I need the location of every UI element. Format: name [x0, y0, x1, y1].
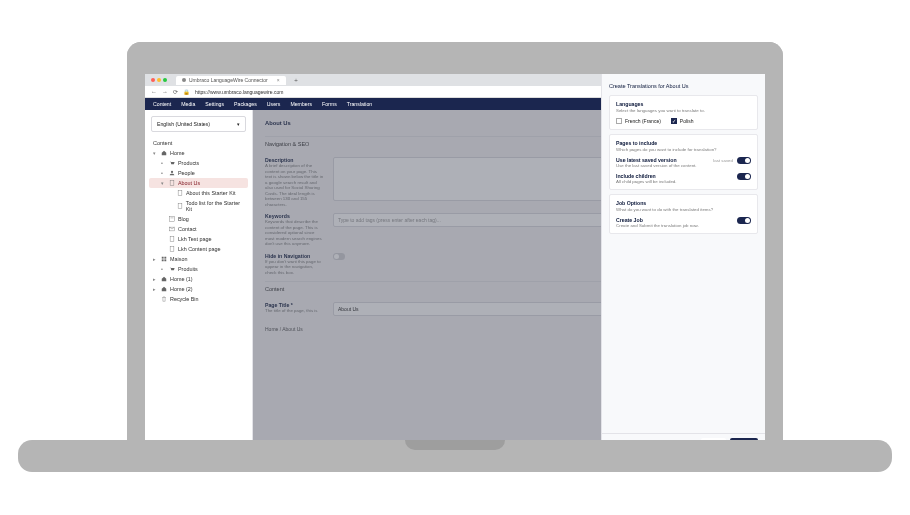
tree-node-blog[interactable]: Blog: [149, 214, 248, 224]
caret-icon: ▸: [153, 256, 158, 262]
polish-label: Polish: [680, 118, 694, 124]
tree-node-people[interactable]: •People: [149, 168, 248, 178]
cart-icon: [169, 266, 175, 272]
children-sub: All child pages will be included.: [616, 179, 677, 184]
option-latest-version: Use latest saved versionUse the last sav…: [616, 157, 751, 168]
tree-node-home-1-[interactable]: ▸Home (1): [149, 274, 248, 284]
tree-node-label: Products: [178, 160, 199, 166]
grid-icon: [161, 256, 167, 262]
tree-node-lkh-content-page[interactable]: Lkh Content page: [149, 244, 248, 254]
tree-node-home-2-[interactable]: ▸Home (2): [149, 284, 248, 294]
nav-settings[interactable]: Settings: [205, 101, 224, 107]
new-tab-button[interactable]: ＋: [289, 77, 303, 84]
reload-icon[interactable]: ⟳: [173, 88, 178, 95]
contact-icon: [169, 226, 175, 232]
tree-node-label: About this Starter Kit: [186, 190, 235, 196]
svg-rect-3: [178, 204, 182, 209]
tree-node-contact[interactable]: Contact: [149, 224, 248, 234]
caret-icon: •: [161, 266, 166, 272]
app-root: Content Media Settings Packages Users Me…: [145, 98, 765, 452]
close-icon[interactable]: [151, 78, 155, 82]
nav-media[interactable]: Media: [181, 101, 195, 107]
tree-node-label: Lkh Content page: [178, 246, 221, 252]
nav-content[interactable]: Content: [153, 101, 171, 107]
tree-node-todo-list-for-the-starter-kit[interactable]: Todo list for the Starter Kit: [149, 198, 248, 214]
home-icon: [161, 150, 167, 156]
doc-icon: [169, 236, 175, 242]
svg-rect-11: [162, 259, 164, 261]
tree-node-label: Maison: [170, 256, 187, 262]
tree-node-produits[interactable]: •Produits: [149, 264, 248, 274]
home-icon: [161, 276, 167, 282]
tree-node-about-this-starter-kit[interactable]: About this Starter Kit: [149, 188, 248, 198]
tree-node-products[interactable]: •Products: [149, 158, 248, 168]
language-label: English (United States): [157, 121, 210, 127]
tree-node-label: About Us: [178, 180, 200, 186]
app-body: English (United States) ▾ Content ▾Home•…: [145, 110, 765, 452]
svg-rect-7: [170, 237, 174, 242]
pages-sub: Which pages do you want to include for t…: [616, 147, 751, 152]
checkbox-french[interactable]: French (France): [616, 118, 661, 124]
tree-node-label: Home (1): [170, 276, 192, 282]
svg-point-0: [171, 171, 173, 173]
latest-sub: Use the last saved version of the conten…: [616, 163, 697, 168]
tree-node-home[interactable]: ▾Home: [149, 148, 248, 158]
checkbox-polish[interactable]: Polish: [671, 118, 694, 124]
job-heading: Job Options: [616, 200, 751, 206]
card-pages: Pages to include Which pages do you want…: [609, 134, 758, 190]
svg-rect-12: [164, 259, 166, 261]
tree-node-lkh-test-page[interactable]: Lkh Test page: [149, 234, 248, 244]
children-toggle[interactable]: [737, 173, 751, 180]
back-icon[interactable]: ←: [151, 89, 157, 95]
doc-icon: [169, 180, 175, 186]
laptop-base: [18, 440, 892, 472]
caret-icon: ▾: [161, 180, 166, 186]
tree-node-label: Blog: [178, 216, 189, 222]
browser-tab[interactable]: Umbraco LanguageWire Connector ×: [176, 76, 286, 85]
svg-rect-1: [170, 181, 174, 186]
tree-node-label: Todo list for the Starter Kit: [186, 200, 244, 212]
nav-users[interactable]: Users: [267, 101, 281, 107]
chevron-down-icon: ▾: [237, 121, 240, 127]
tree-node-recycle-bin[interactable]: Recycle Bin: [149, 294, 248, 304]
content-tree: ▾Home•Products•People▾About UsAbout this…: [145, 148, 252, 304]
caret-icon: ▸: [153, 276, 158, 282]
tree-node-label: Home: [170, 150, 184, 156]
card-job-options: Job Options What do you want to do with …: [609, 194, 758, 234]
nav-packages[interactable]: Packages: [234, 101, 257, 107]
doc-icon: [169, 246, 175, 252]
nav-forms[interactable]: Forms: [322, 101, 337, 107]
screen: Umbraco LanguageWire Connector × ＋ ← → ⟳…: [127, 42, 783, 452]
close-tab-icon[interactable]: ×: [277, 77, 280, 83]
createjob-toggle[interactable]: [737, 217, 751, 224]
window-controls[interactable]: [151, 78, 167, 82]
tab-title: Umbraco LanguageWire Connector: [189, 77, 268, 83]
tree-node-label: Produits: [178, 266, 198, 272]
doc-icon: [177, 190, 183, 196]
languages-heading: Languages: [616, 101, 751, 107]
minimize-icon[interactable]: [157, 78, 161, 82]
french-label: French (France): [625, 118, 661, 124]
tree-node-about-us[interactable]: ▾About Us: [149, 178, 248, 188]
sidebar: English (United States) ▾ Content ▾Home•…: [145, 110, 253, 452]
favicon-icon: [182, 78, 186, 82]
nav-translation[interactable]: Translation: [347, 101, 372, 107]
latest-aside: last saved: [713, 158, 733, 163]
pages-heading: Pages to include: [616, 140, 751, 146]
nav-members[interactable]: Members: [290, 101, 312, 107]
option-include-children: Include childrenAll child pages will be …: [616, 173, 751, 184]
home-icon: [161, 286, 167, 292]
maximize-icon[interactable]: [163, 78, 167, 82]
forward-icon[interactable]: →: [162, 89, 168, 95]
svg-rect-4: [170, 217, 175, 222]
svg-rect-9: [162, 257, 164, 259]
blog-icon: [169, 216, 175, 222]
createjob-sub: Create and Submit the translation job no…: [616, 223, 699, 228]
language-selector[interactable]: English (United States) ▾: [151, 116, 246, 132]
browser-window: Umbraco LanguageWire Connector × ＋ ← → ⟳…: [145, 74, 765, 452]
latest-toggle[interactable]: [737, 157, 751, 164]
svg-rect-10: [164, 257, 166, 259]
tree-node-maison[interactable]: ▸Maison: [149, 254, 248, 264]
languages-sub: Select the languages you want to transla…: [616, 108, 751, 113]
bin-icon: [161, 296, 167, 302]
